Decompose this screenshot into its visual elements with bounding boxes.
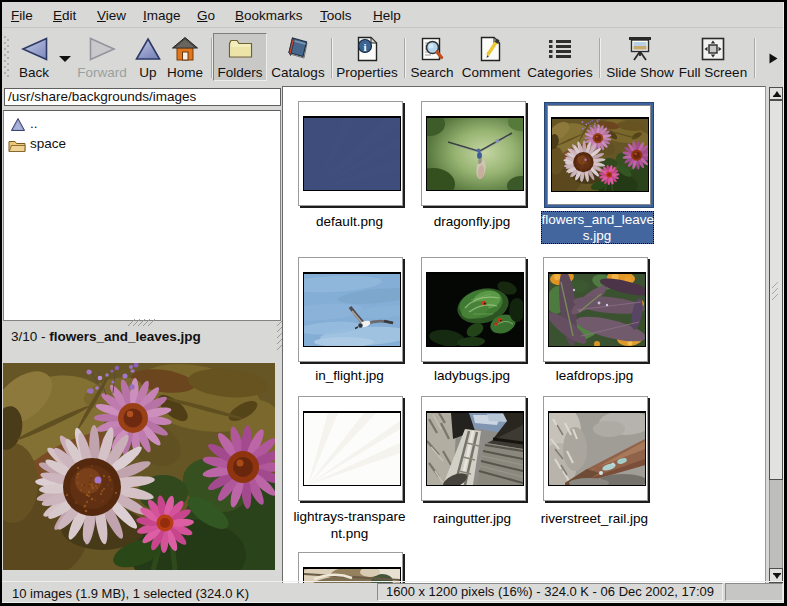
svg-text:i: i	[363, 41, 366, 53]
